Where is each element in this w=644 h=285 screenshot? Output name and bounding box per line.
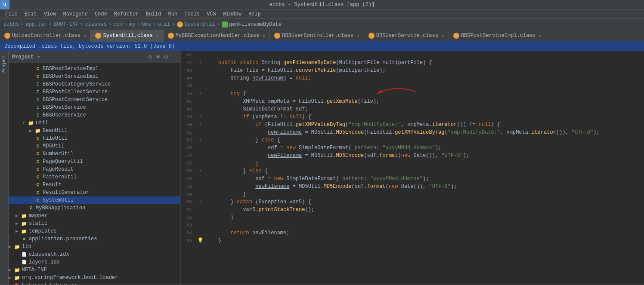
path-systemutil[interactable]: SystemUtil [184, 21, 215, 28]
fold-56[interactable]: ▾ [199, 167, 201, 175]
tree-item-mapper[interactable]: ▶ 📁 mapper [9, 212, 180, 220]
sidebar-settings-btn[interactable]: ⚙ [163, 53, 169, 61]
window-title: ezbbs - SystemUtil.class [app (2)] [269, 2, 375, 8]
tree-item-systemutil[interactable]: C SystemUtil [9, 196, 180, 204]
close-tab-bbsuserservice[interactable]: ✕ [442, 33, 444, 38]
tab-bbsusercontroller[interactable]: BBSUserController.class ✕ [270, 30, 364, 42]
tree-item-beanutil[interactable]: ▶ 📁 BeanUtil [9, 127, 180, 135]
fold-50[interactable]: ▾ [199, 121, 201, 129]
menu-code[interactable]: Code [91, 9, 111, 18]
menu-build[interactable]: Build [142, 9, 165, 18]
fold-49[interactable]: ▾ [199, 113, 201, 121]
fold-52[interactable]: ▾ [199, 136, 201, 144]
menu-help[interactable]: Help [245, 9, 264, 18]
label-externallibs: External Libraries [22, 282, 78, 285]
tab-uploadcontroller[interactable]: UploadController.class ✕ [0, 30, 91, 42]
tree-item-util[interactable]: ▾ 📁 util [9, 119, 180, 127]
fold-60[interactable]: ▾ [199, 198, 201, 206]
tree-item-mybbsapplication[interactable]: C MyBBSApplication [9, 204, 180, 212]
path-bootinf[interactable]: BOOT-INF [54, 21, 79, 28]
label-classpathidx: classpath.idx [29, 251, 69, 257]
path-util[interactable]: util [158, 21, 170, 28]
tree-item-static[interactable]: ▶ 📁 static [9, 220, 180, 227]
path-appjar[interactable]: app.jar [25, 21, 47, 28]
tree-item-springloader[interactable]: ▶ 📁 org.springframework.boot.loader [9, 274, 180, 282]
label-bbspostcategoryservice: BBSPostCategoryService [43, 81, 111, 87]
tab-bbsuserservice[interactable]: BBSUserService.class ✕ [364, 30, 449, 42]
folder-icon-lib: 📁 [14, 243, 21, 250]
fold-42[interactable]: ▾ [199, 59, 201, 67]
label-static: static [29, 221, 47, 227]
decompile-notice: Decompiled .class file, bytecode version… [0, 42, 644, 51]
path-method[interactable]: genFilenameByDate [229, 21, 282, 28]
tab-systemutil[interactable]: SystemUtil.class ✕ [91, 30, 163, 42]
class-icon [177, 21, 183, 28]
tree-item-templates[interactable]: ▶ 📁 templates [9, 227, 180, 235]
close-tab-systemutil[interactable]: ✕ [156, 33, 159, 38]
tree-item-pagequeryutil[interactable]: C PageQueryUtil [9, 158, 180, 165]
strip-project[interactable]: Project [2, 51, 6, 76]
arrow-mapper: ▶ [15, 213, 21, 218]
tree-item-layersidx[interactable]: 📄 layers.idx [9, 258, 180, 266]
fold-46[interactable]: ▾ [199, 90, 201, 98]
menu-navigate[interactable]: Navigate [59, 9, 91, 18]
tree-item-metainf[interactable]: ▶ 📁 META-INF [9, 266, 180, 274]
label-bbspostservice: BBSPostService [43, 104, 86, 110]
tree-item-bbsuserservice[interactable]: I BBSUserService [9, 111, 180, 119]
code-line-44: 44 String newFilename = null; [181, 74, 644, 82]
tab-bbspostserviceimpl[interactable]: BBSPostServiceImpl.class ✕ [449, 30, 546, 42]
folder-icon-mapper: 📁 [21, 212, 28, 219]
tree-item-resultgenerator[interactable]: C ResultGenerator [9, 189, 180, 196]
path-classes[interactable]: classes [85, 21, 107, 28]
menu-view[interactable]: View [40, 9, 60, 18]
menu-edit[interactable]: Edit [21, 9, 40, 18]
menu-run[interactable]: Run [165, 9, 181, 18]
close-tab-bbspostserviceimpl[interactable]: ✕ [539, 33, 542, 38]
tree-item-appproperties[interactable]: ● application.properties [9, 235, 180, 243]
sidebar-locate-btn[interactable]: ⊕ [147, 53, 153, 61]
tab-icon-bbsuserservice [368, 33, 375, 39]
tree-item-externallibs[interactable]: ▶ 📚 External Libraries [9, 282, 180, 285]
menu-bar: U [0, 0, 9, 9]
tab-mybbsexceptionhandler[interactable]: MyBBSExceptionHandler.class ✕ [164, 30, 270, 42]
menu-tools[interactable]: Tools [181, 9, 203, 18]
path-bbs[interactable]: bbs [142, 21, 152, 28]
tree-item-patternutil[interactable]: C PatternUtil [9, 173, 180, 181]
tree-item-bbsuserserviceimpl[interactable]: C BBSUserServiceImpl [9, 73, 180, 80]
sidebar-close-btn[interactable]: — [171, 53, 177, 61]
tree-item-fileutil[interactable]: C FileUtil [9, 135, 180, 142]
close-tab-mybbsexception[interactable]: ✕ [263, 33, 265, 38]
warn-icon-65: 💡 [197, 237, 204, 245]
class-icon-result: C [34, 181, 41, 188]
path-com[interactable]: com [113, 21, 123, 28]
method-icon [222, 21, 228, 28]
class-icon-bbsuserserviceimpl: C [34, 73, 41, 80]
label-bbspostserviceimpl: BBSPostServiceImpl [43, 66, 99, 72]
sidebar-collapse-btn[interactable]: ≡ [155, 53, 161, 61]
tree-item-bbspostcategoryservice[interactable]: I BBSPostCategoryService [9, 80, 180, 88]
menu-refactor[interactable]: Refactor [111, 9, 142, 18]
menu-vcs[interactable]: VCS [203, 9, 220, 18]
sidebar-dropdown-arrow[interactable]: ▾ [37, 54, 40, 60]
tree-item-bbspostservice[interactable]: I BBSPostService [9, 104, 180, 111]
path-ezbbs[interactable]: ezbbs [3, 21, 19, 28]
tree-item-bbspostcollectservice[interactable]: I BBSPostCollectService [9, 88, 180, 96]
arrow-static: ▶ [15, 221, 21, 226]
tree-item-pageresult[interactable]: C PageResult [9, 165, 180, 173]
tree-item-classpathidx[interactable]: 📄 classpath.idx [9, 251, 180, 258]
tree-item-numberutil[interactable]: C NumberUtil [9, 150, 180, 158]
label-patternutil: PatternUtil [43, 174, 77, 180]
close-tab-bbsusercontroller[interactable]: ✕ [357, 33, 359, 38]
close-tab-uploadcontroller[interactable]: ✕ [84, 33, 86, 38]
tree-item-md5util[interactable]: C MD5Util [9, 142, 180, 150]
class-icon-systemutil: C [34, 197, 41, 204]
menu-file[interactable]: File [2, 9, 21, 18]
code-area[interactable]: 41 42 ▾ public static String genFilename… [181, 51, 644, 285]
path-my[interactable]: my [129, 21, 135, 28]
tree-item-result[interactable]: C Result [9, 181, 180, 189]
tree-item-bbspostcommentservice[interactable]: I BBSPostCommentService [9, 96, 180, 104]
code-line-59: 59 } [181, 190, 644, 198]
tree-item-bbspostserviceimpl[interactable]: C BBSPostServiceImpl [9, 65, 180, 73]
menu-window[interactable]: Window [220, 9, 245, 18]
tree-item-lib[interactable]: ▶ 📁 lib [9, 243, 180, 251]
